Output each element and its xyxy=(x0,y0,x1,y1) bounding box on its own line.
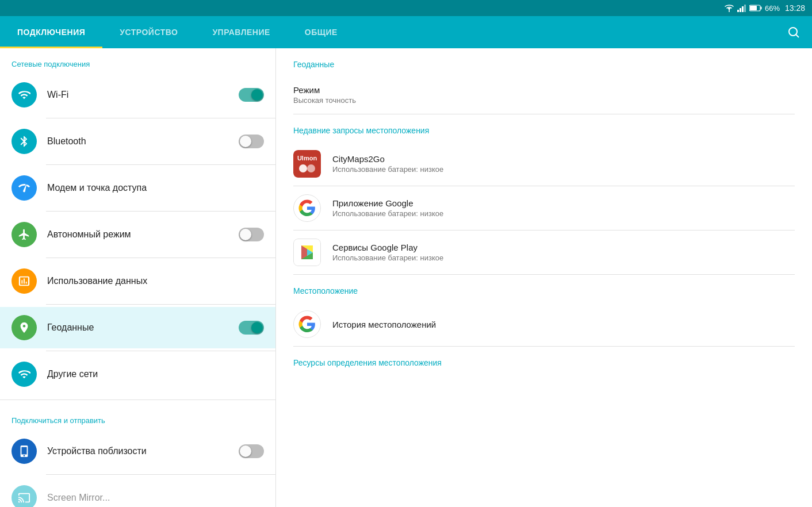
bluetooth-item[interactable]: Bluetooth xyxy=(0,121,275,162)
divider-2 xyxy=(46,164,275,165)
battery-icon xyxy=(749,5,762,11)
recent-header: Недавние запросы местоположения xyxy=(276,114,812,142)
geodata-right-header: Геоданные xyxy=(276,48,812,76)
google-app-sub: Использование батареи: низкое xyxy=(332,209,795,218)
wifi-toggle[interactable] xyxy=(239,88,264,102)
airplane-item[interactable]: Автономный режим xyxy=(0,214,275,255)
svg-rect-3 xyxy=(742,6,744,12)
tab-control[interactable]: УПРАВЛЕНИЕ xyxy=(195,16,287,48)
svg-rect-2 xyxy=(740,8,741,12)
svg-point-8 xyxy=(789,28,797,36)
divider-1 xyxy=(46,118,275,118)
divider-5 xyxy=(46,304,275,305)
mode-section[interactable]: Режим Высокая точность xyxy=(276,76,812,114)
tab-device[interactable]: УСТРОЙСТВО xyxy=(102,16,195,48)
modem-item[interactable]: Модем и точка доступа xyxy=(0,167,275,209)
svg-point-10 xyxy=(299,164,307,172)
geodata-toggle[interactable] xyxy=(239,321,264,335)
network-section-header: Сетевые подключения xyxy=(0,48,275,74)
divider-6 xyxy=(46,351,275,351)
search-icon xyxy=(787,25,800,39)
geodata-item-icon xyxy=(12,315,37,340)
status-bar: 66% 13:28 xyxy=(0,0,812,16)
citymaps-sub: Использование батареи: низкое xyxy=(332,165,795,174)
gplay-text: Сервисы Google Play Использование батаре… xyxy=(332,243,795,262)
modem-item-icon xyxy=(12,175,37,201)
google-app-title: Приложение Google xyxy=(332,198,795,208)
connect-section-header: Подключиться и отправить xyxy=(0,405,275,431)
section-divider xyxy=(0,400,275,400)
google-app-text: Приложение Google Использование батареи:… xyxy=(332,198,795,218)
othernets-item[interactable]: Другие сети xyxy=(0,354,275,395)
modem-label: Модем и точка доступа xyxy=(47,183,264,193)
svg-point-0 xyxy=(729,11,730,12)
google-app-item[interactable]: Приложение Google Использование батареи:… xyxy=(276,186,812,230)
gplay-icon xyxy=(293,239,321,266)
citymaps-text: CityMaps2Go Использование батареи: низко… xyxy=(332,154,795,174)
time-display: 13:28 xyxy=(785,3,805,13)
wifi-item-icon xyxy=(12,82,37,107)
datausage-item[interactable]: Использование данных xyxy=(0,260,275,302)
status-icons: 66% 13:28 xyxy=(724,3,805,13)
tab-general[interactable]: ОБЩИЕ xyxy=(288,16,355,48)
resources-header: Ресурсы определения местоположения xyxy=(276,347,812,374)
location-history-icon xyxy=(293,310,321,338)
airplane-toggle[interactable] xyxy=(239,228,264,241)
left-panel: Сетевые подключения Wi-Fi Bluetooth xyxy=(0,48,276,507)
location-history-title: История местоположений xyxy=(332,320,795,329)
nearbydevices-item-icon xyxy=(12,439,37,464)
tab-bar: ПОДКЛЮЧЕНИЯ УСТРОЙСТВО УПРАВЛЕНИЕ ОБЩИЕ xyxy=(0,16,812,48)
gplay-sub: Использование батареи: низкое xyxy=(332,254,795,262)
mode-title: Режим xyxy=(293,85,795,95)
location-header: Местоположение xyxy=(276,275,812,302)
citymaps-title: CityMaps2Go xyxy=(332,154,795,164)
tab-connections[interactable]: ПОДКЛЮЧЕНИЯ xyxy=(0,16,102,48)
svg-line-9 xyxy=(796,35,799,38)
svg-rect-4 xyxy=(744,5,746,12)
wifi-label: Wi-Fi xyxy=(47,90,239,100)
nearbydevices-toggle[interactable] xyxy=(239,444,264,458)
gplay-item[interactable]: Сервисы Google Play Использование батаре… xyxy=(276,231,812,274)
main-layout: Сетевые подключения Wi-Fi Bluetooth xyxy=(0,48,812,507)
screenmirror-label: Screen Mirror... xyxy=(47,493,264,503)
divider-7 xyxy=(46,474,275,475)
bluetooth-label: Bluetooth xyxy=(47,136,239,147)
geodata-label: Геоданные xyxy=(47,322,239,333)
screenmirror-item[interactable]: Screen Mirror... xyxy=(0,477,275,507)
nearbydevices-label: Устройства поблизости xyxy=(47,446,239,456)
bluetooth-item-icon xyxy=(12,129,37,154)
datausage-label: Использование данных xyxy=(47,276,264,286)
nearbydevices-item[interactable]: Устройства поблизости xyxy=(0,431,275,472)
wifi-icon xyxy=(724,4,734,12)
othernets-label: Другие сети xyxy=(47,369,264,379)
wifi-item[interactable]: Wi-Fi xyxy=(0,74,275,116)
svg-rect-6 xyxy=(760,7,761,10)
divider-3 xyxy=(46,211,275,212)
citymaps-icon: Ulmon xyxy=(293,150,321,178)
signal-icon xyxy=(737,4,746,12)
right-panel: Геоданные Режим Высокая точность Недавни… xyxy=(276,48,812,507)
divider-4 xyxy=(46,258,275,258)
mode-subtitle: Высокая точность xyxy=(293,96,795,105)
bluetooth-toggle[interactable] xyxy=(239,135,264,148)
svg-rect-7 xyxy=(750,6,757,10)
location-history-item[interactable]: История местоположений xyxy=(276,302,812,346)
search-button[interactable] xyxy=(775,16,812,48)
battery-percent: 66% xyxy=(765,4,780,13)
airplane-item-icon xyxy=(12,222,37,247)
airplane-label: Автономный режим xyxy=(47,229,239,240)
geodata-item[interactable]: Геоданные xyxy=(0,307,275,348)
gplay-title: Сервисы Google Play xyxy=(332,243,795,252)
location-history-text: История местоположений xyxy=(332,320,795,329)
othernets-item-icon xyxy=(12,362,37,387)
datausage-item-icon xyxy=(12,268,37,294)
svg-rect-1 xyxy=(737,10,739,12)
screenmirror-item-icon xyxy=(12,485,37,507)
svg-point-11 xyxy=(307,164,315,172)
google-app-icon xyxy=(293,194,321,222)
citymaps-item[interactable]: Ulmon CityMaps2Go Использование батареи:… xyxy=(276,142,812,186)
